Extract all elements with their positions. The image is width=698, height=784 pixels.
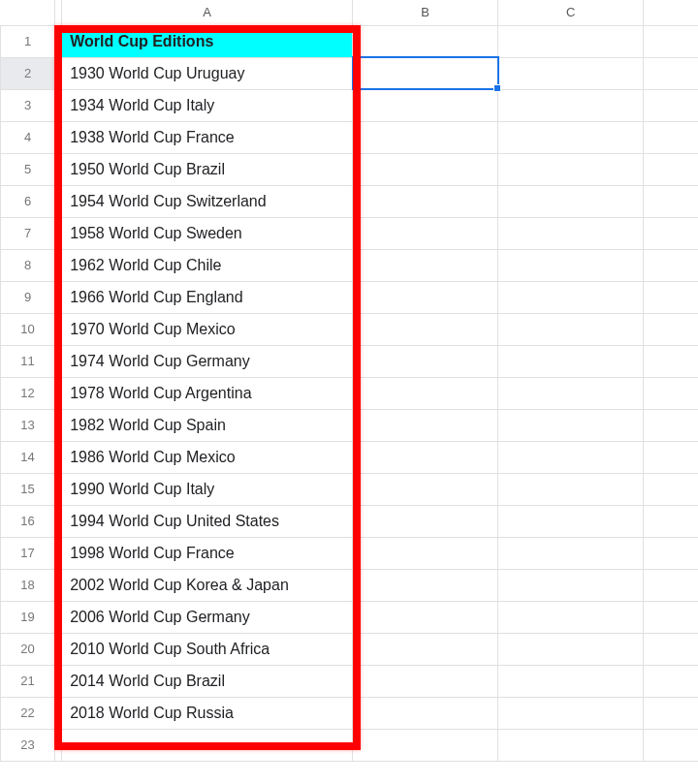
cell-partial[interactable]	[644, 57, 698, 89]
cell-gap[interactable]	[55, 249, 62, 281]
cell-gap[interactable]	[55, 665, 62, 697]
row-header-14[interactable]: 14	[1, 441, 55, 473]
cell-b15[interactable]	[353, 473, 498, 505]
cell-c2[interactable]	[498, 57, 644, 89]
cell-a3[interactable]: 1934 World Cup Italy	[62, 89, 353, 121]
cell-a4[interactable]: 1938 World Cup France	[62, 121, 353, 153]
cell-b16[interactable]	[353, 505, 498, 537]
cell-gap[interactable]	[55, 345, 62, 377]
cell-b21[interactable]	[353, 665, 498, 697]
cell-c4[interactable]	[498, 121, 644, 153]
selection-handle[interactable]	[493, 84, 501, 92]
cell-a10[interactable]: 1970 World Cup Mexico	[62, 313, 353, 345]
cell-a9[interactable]: 1966 World Cup England	[62, 281, 353, 313]
cell-gap[interactable]	[55, 729, 62, 761]
cell-gap[interactable]	[55, 153, 62, 185]
cell-b13[interactable]	[353, 409, 498, 441]
cell-partial[interactable]	[644, 345, 698, 377]
cell-partial[interactable]	[644, 569, 698, 601]
row-header-22[interactable]: 22	[1, 697, 55, 729]
cell-gap[interactable]	[55, 377, 62, 409]
cell-gap[interactable]	[55, 537, 62, 569]
cell-b20[interactable]	[353, 633, 498, 665]
cell-c3[interactable]	[498, 89, 644, 121]
row-header-15[interactable]: 15	[1, 473, 55, 505]
cell-c13[interactable]	[498, 409, 644, 441]
column-header-b[interactable]: B	[353, 0, 498, 25]
cell-c1[interactable]	[498, 25, 644, 57]
cell-partial[interactable]	[644, 217, 698, 249]
cell-c17[interactable]	[498, 537, 644, 569]
cell-partial[interactable]	[644, 505, 698, 537]
row-header-19[interactable]: 19	[1, 601, 55, 633]
cell-b18[interactable]	[353, 569, 498, 601]
cell-gap[interactable]	[55, 601, 62, 633]
cell-a8[interactable]: 1962 World Cup Chile	[62, 249, 353, 281]
cell-c9[interactable]	[498, 281, 644, 313]
cell-a20[interactable]: 2010 World Cup South Africa	[62, 633, 353, 665]
cell-a1-header[interactable]: World Cup Editions	[62, 25, 353, 57]
row-header-11[interactable]: 11	[1, 345, 55, 377]
cell-a14[interactable]: 1986 World Cup Mexico	[62, 441, 353, 473]
cell-partial[interactable]	[644, 121, 698, 153]
cell-gap[interactable]	[55, 569, 62, 601]
column-header-c[interactable]: C	[498, 0, 644, 25]
cell-b17[interactable]	[353, 537, 498, 569]
cell-c19[interactable]	[498, 601, 644, 633]
cell-b22[interactable]	[353, 697, 498, 729]
column-header-a[interactable]: A	[62, 0, 353, 25]
cell-c5[interactable]	[498, 153, 644, 185]
row-header-5[interactable]: 5	[1, 153, 55, 185]
row-header-10[interactable]: 10	[1, 313, 55, 345]
cell-a11[interactable]: 1974 World Cup Germany	[62, 345, 353, 377]
row-header-9[interactable]: 9	[1, 281, 55, 313]
row-header-4[interactable]: 4	[1, 121, 55, 153]
row-header-20[interactable]: 20	[1, 633, 55, 665]
cell-b3[interactable]	[353, 89, 498, 121]
row-header-6[interactable]: 6	[1, 185, 55, 217]
cell-partial[interactable]	[644, 441, 698, 473]
select-all-corner[interactable]	[1, 0, 55, 25]
cell-c15[interactable]	[498, 473, 644, 505]
cell-partial[interactable]	[644, 473, 698, 505]
cell-a2[interactable]: 1930 World Cup Uruguay	[62, 57, 353, 89]
row-header-17[interactable]: 17	[1, 537, 55, 569]
cell-partial[interactable]	[644, 25, 698, 57]
cell-gap[interactable]	[55, 313, 62, 345]
cell-b2-selected[interactable]	[353, 57, 498, 89]
cell-gap[interactable]	[55, 441, 62, 473]
row-header-3[interactable]: 3	[1, 89, 55, 121]
cell-b9[interactable]	[353, 281, 498, 313]
cell-b12[interactable]	[353, 377, 498, 409]
row-header-13[interactable]: 13	[1, 409, 55, 441]
cell-partial[interactable]	[644, 729, 698, 761]
row-header-8[interactable]: 8	[1, 249, 55, 281]
cell-gap[interactable]	[55, 185, 62, 217]
cell-b11[interactable]	[353, 345, 498, 377]
cell-a13[interactable]: 1982 World Cup Spain	[62, 409, 353, 441]
cell-c20[interactable]	[498, 633, 644, 665]
cell-c23[interactable]	[498, 729, 644, 761]
cell-partial[interactable]	[644, 377, 698, 409]
cell-partial[interactable]	[644, 601, 698, 633]
cell-gap[interactable]	[55, 409, 62, 441]
cell-b4[interactable]	[353, 121, 498, 153]
row-header-12[interactable]: 12	[1, 377, 55, 409]
cell-a15[interactable]: 1990 World Cup Italy	[62, 473, 353, 505]
cell-a21[interactable]: 2014 World Cup Brazil	[62, 665, 353, 697]
cell-a17[interactable]: 1998 World Cup France	[62, 537, 353, 569]
cell-c12[interactable]	[498, 377, 644, 409]
cell-gap[interactable]	[55, 281, 62, 313]
cell-a7[interactable]: 1958 World Cup Sweden	[62, 217, 353, 249]
row-header-23[interactable]: 23	[1, 729, 55, 761]
cell-b6[interactable]	[353, 185, 498, 217]
cell-b8[interactable]	[353, 249, 498, 281]
cell-b10[interactable]	[353, 313, 498, 345]
cell-gap[interactable]	[55, 473, 62, 505]
cell-c11[interactable]	[498, 345, 644, 377]
column-header-partial-left[interactable]	[55, 0, 62, 25]
cell-partial[interactable]	[644, 633, 698, 665]
cell-gap[interactable]	[55, 25, 62, 57]
cell-gap[interactable]	[55, 89, 62, 121]
column-header-partial-right[interactable]	[644, 0, 698, 25]
